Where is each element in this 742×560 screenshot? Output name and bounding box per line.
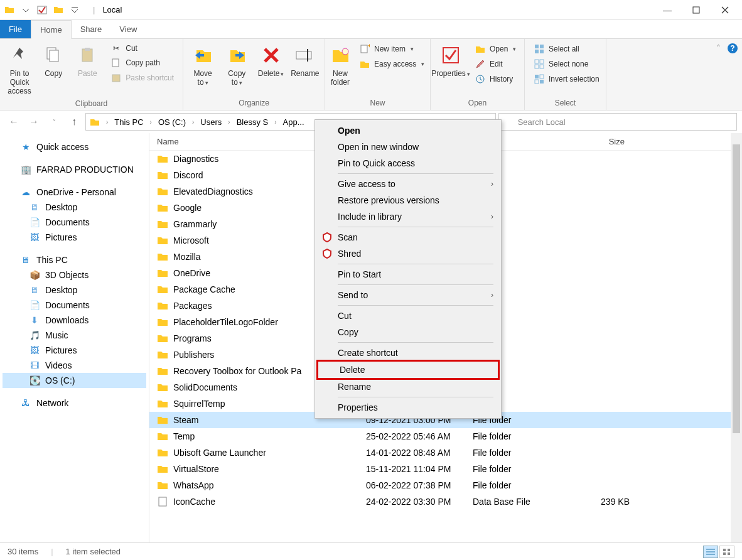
close-button[interactable] [711, 0, 739, 20]
moveto-button[interactable]: Move to▾ [187, 41, 218, 89]
pin-quick-access-button[interactable]: Pin to Quick access [4, 41, 35, 98]
paste-button[interactable]: Paste [72, 41, 103, 80]
svg-rect-16 [443, 48, 458, 63]
ctx-copy[interactable]: Copy [316, 324, 500, 340]
nav-thispc-child[interactable]: 📄Documents [3, 298, 146, 313]
qat-overflow-icon[interactable] [68, 3, 82, 17]
history-button[interactable]: History [472, 73, 519, 85]
ctx-pin-start[interactable]: Pin to Start [316, 266, 500, 283]
ctx-open-new[interactable]: Open in new window [316, 139, 500, 155]
nav-thispc-child[interactable]: 💽OS (C:) [3, 373, 146, 388]
nav-thispc-child[interactable]: 🖼Pictures [3, 343, 146, 358]
forward-button[interactable]: → [25, 113, 43, 131]
svg-rect-36 [723, 552, 726, 555]
ctx-delete[interactable]: Delete [318, 362, 498, 378]
ctx-rename[interactable]: Rename [316, 379, 500, 395]
copyto-button[interactable]: Copy to▾ [221, 41, 252, 89]
view-details-button[interactable] [703, 546, 718, 558]
svg-rect-23 [540, 60, 544, 63]
back-button[interactable]: ← [5, 113, 23, 131]
ctx-create-shortcut[interactable]: Create shortcut [316, 345, 500, 361]
crumb-thispc[interactable]: This PC [114, 117, 143, 127]
selectnone-button[interactable]: Select none [531, 58, 602, 70]
minimize-button[interactable]: — [653, 0, 682, 20]
qat-dropdown-icon[interactable] [19, 3, 33, 17]
scissors-icon: ✂ [110, 44, 122, 53]
ctx-restore[interactable]: Restore previous versions [316, 192, 500, 208]
maximize-button[interactable] [682, 0, 711, 20]
nav-farrad[interactable]: 🏢FARRAD PRODUCTION [3, 162, 146, 177]
ctx-properties[interactable]: Properties [316, 399, 500, 416]
folder-open-icon[interactable] [51, 3, 65, 17]
selectall-button[interactable]: Select all [531, 43, 602, 55]
cut-button[interactable]: ✂Cut [108, 43, 176, 54]
nav-onedrive-child[interactable]: 📄Documents [3, 215, 146, 230]
nav-network[interactable]: 🖧Network [3, 396, 146, 411]
nav-thispc-child[interactable]: 🎵Music [3, 328, 146, 343]
copy-path-button[interactable]: Copy path [108, 57, 176, 69]
nav-thispc[interactable]: 🖥This PC [3, 252, 146, 267]
nav-thispc-child[interactable]: 📦3D Objects [3, 267, 146, 283]
nav-onedrive[interactable]: ☁OneDrive - Personal [3, 185, 146, 200]
paste-shortcut-button[interactable]: Paste shortcut [108, 72, 176, 84]
help-icon[interactable]: ? [727, 43, 738, 54]
file-row[interactable]: WhatsApp 06-02-2022 07:38 PM File folder [149, 477, 742, 493]
scrollbar[interactable] [731, 133, 742, 542]
open-button[interactable]: Open▾ [472, 43, 519, 55]
view-icons-button[interactable] [719, 546, 734, 558]
ctx-cut[interactable]: Cut [316, 308, 500, 324]
ctx-give-access[interactable]: Give access to› [316, 176, 500, 192]
tab-share[interactable]: Share [72, 20, 111, 38]
nav-thispc-child[interactable]: 🎞Videos [3, 358, 146, 373]
file-row[interactable]: VirtualStore 15-11-2021 11:04 PM File fo… [149, 461, 742, 477]
ribbon-collapse-icon[interactable]: ˄ [716, 43, 721, 53]
ctx-shred[interactable]: Shred [316, 245, 500, 262]
ctx-sendto[interactable]: Send to› [316, 287, 500, 303]
search-box[interactable]: padSearch Local [498, 113, 737, 131]
nav-quick-access[interactable]: ★Quick access [3, 139, 146, 154]
edit-button[interactable]: Edit [472, 58, 519, 70]
newfolder-button[interactable]: New folder [329, 41, 352, 89]
delete-button[interactable]: Delete▾ [255, 41, 287, 80]
cloud-icon: ☁ [20, 187, 31, 197]
crumb-users[interactable]: Users [200, 117, 222, 127]
newitem-icon: ✦ [359, 44, 370, 54]
svg-rect-35 [728, 549, 730, 551]
file-row[interactable]: IconCache 24-02-2022 03:30 PM Data Base … [149, 493, 742, 510]
check-icon[interactable] [35, 3, 49, 17]
properties-button[interactable]: Properties▾ [434, 41, 467, 80]
tab-file[interactable]: File [0, 20, 31, 38]
newitem-button[interactable]: ✦New item▾ [357, 43, 427, 55]
crumb-user[interactable]: Blessy S [237, 117, 269, 127]
context-menu: Open Open in new window Pin to Quick acc… [315, 119, 502, 419]
scroll-thumb[interactable] [733, 144, 740, 433]
edit-icon [475, 59, 486, 69]
file-row[interactable]: Temp 25-02-2022 05:46 AM File folder [149, 428, 742, 444]
file-type: File folder [473, 431, 567, 441]
nav-thispc-child[interactable]: 🖥Desktop [3, 283, 146, 298]
ctx-scan[interactable]: Scan [316, 229, 500, 245]
recent-dropdown[interactable]: ˅ [45, 113, 63, 131]
ribbon-tabs: File Home Share View [0, 20, 742, 39]
tab-home[interactable]: Home [31, 20, 72, 39]
nav-onedrive-child[interactable]: 🖥Desktop [3, 200, 146, 215]
col-size[interactable]: Size [562, 137, 625, 146]
easyaccess-button[interactable]: Easy access▾ [357, 58, 427, 70]
folder-icon [157, 251, 168, 262]
crumb-appdata[interactable]: App... [283, 117, 304, 127]
svg-text:✦: ✦ [367, 44, 370, 49]
rename-button[interactable]: Rename [289, 41, 321, 80]
copy-button[interactable]: Copy [38, 41, 69, 80]
file-row[interactable]: Ubisoft Game Launcher 14-01-2022 08:48 A… [149, 444, 742, 461]
crumb-osc[interactable]: OS (C:) [158, 117, 186, 127]
nav-thispc-child[interactable]: ⬇Downloads [3, 313, 146, 328]
ctx-include[interactable]: Include in library› [316, 208, 500, 225]
ctx-open[interactable]: Open [316, 122, 500, 139]
nav-onedrive-child[interactable]: 🖼Pictures [3, 230, 146, 245]
up-button[interactable]: ↑ [65, 113, 83, 131]
invertselection-button[interactable]: Invert selection [531, 73, 602, 85]
navigation-pane[interactable]: ★Quick access 🏢FARRAD PRODUCTION ☁OneDri… [0, 133, 149, 542]
col-name[interactable]: Name [157, 137, 179, 146]
ctx-pin-quick[interactable]: Pin to Quick access [316, 155, 500, 171]
tab-view[interactable]: View [110, 20, 146, 38]
